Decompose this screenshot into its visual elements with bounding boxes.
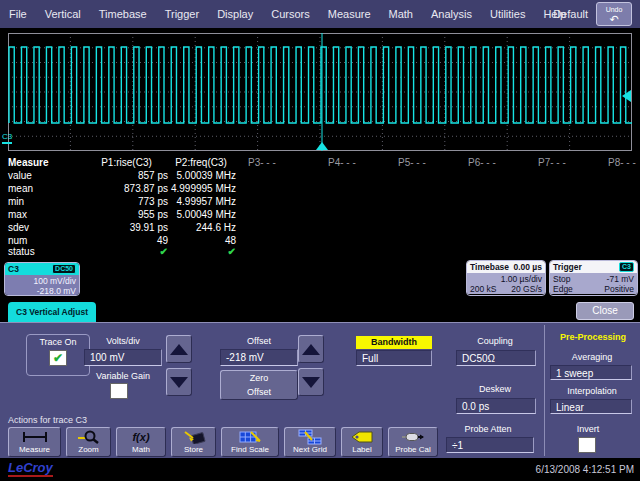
menu-item-file[interactable]: File: [0, 8, 36, 20]
variable-gain-checkbox[interactable]: [110, 383, 128, 399]
default-setup-label[interactable]: Default: [553, 8, 588, 20]
math-button[interactable]: f(x) Math: [116, 427, 166, 457]
col-p3-header: P3- - -: [248, 157, 276, 168]
menu-item-display[interactable]: Display: [208, 8, 262, 20]
trace-on-checkbox[interactable]: ✔: [49, 350, 67, 366]
channel-scale: 100 mV/div: [8, 276, 76, 286]
trigger-source-badge: C3: [619, 262, 634, 272]
volts-div-field[interactable]: 100 mV: [84, 349, 162, 366]
up-arrow-icon: [302, 344, 320, 355]
close-button[interactable]: Close: [576, 302, 634, 320]
offset-label: Offset: [220, 336, 298, 346]
c3-trace: [9, 47, 632, 123]
trigger-level-marker[interactable]: [622, 90, 631, 102]
menu-item-analysis[interactable]: Analysis: [422, 8, 481, 20]
coupling-field[interactable]: DC50Ω: [456, 350, 536, 366]
averaging-field[interactable]: 1 sweep: [550, 365, 632, 380]
store-arrow-icon: [182, 428, 206, 445]
lecroy-logo: LeCroy: [8, 460, 53, 477]
magnifier-icon: [77, 428, 101, 445]
measure-header-row: Measure P1:rise(C3) P2:freq(C3) P3- - - …: [0, 157, 640, 170]
col-p4-header: P4- - -: [328, 157, 356, 168]
trigger-mode: Stop: [553, 274, 571, 284]
bandwidth-field[interactable]: Full: [356, 350, 432, 366]
measure-row-sdev: sdev 39.91 ps 244.6 Hz: [0, 222, 640, 235]
deskew-label: Deskew: [456, 384, 534, 394]
next-grid-button[interactable]: Next Grid: [284, 427, 336, 457]
status-check-p1: ✔: [85, 246, 168, 257]
channel-c3-descriptor[interactable]: C3 DC50 100 mV/div -218.0 mV: [4, 262, 80, 296]
coupling-label: Coupling: [456, 336, 534, 346]
undo-button[interactable]: Undo ↶: [596, 2, 632, 26]
col-p2-header: P2:freq(C3): [166, 157, 236, 168]
menu-item-cursors[interactable]: Cursors: [262, 8, 319, 20]
menu-item-utilities[interactable]: Utilities: [481, 8, 534, 20]
status-bar: LeCroy 6/13/2008 4:12:51 PM: [0, 458, 640, 481]
down-arrow-icon: [170, 377, 188, 388]
probe-atten-field[interactable]: ÷1: [446, 437, 534, 453]
label-tag-icon: [349, 428, 375, 445]
up-arrow-icon: [170, 344, 188, 355]
status-check-p2: ✔: [166, 246, 236, 257]
timebase-samples: 200 kS: [470, 284, 496, 294]
down-arrow-icon: [302, 377, 320, 388]
measure-row-value: value 857 ps 5.00039 MHz: [0, 170, 640, 183]
timebase-rate: 20 GS/s: [511, 284, 542, 294]
fx-icon: f(x): [132, 428, 149, 445]
probe-cal-button[interactable]: Probe Cal: [388, 427, 438, 457]
col-p6-header: P6- - -: [468, 157, 496, 168]
offset-down-button[interactable]: [298, 368, 324, 396]
zoom-button[interactable]: Zoom: [66, 427, 111, 457]
trigger-title: Trigger: [553, 262, 582, 272]
trigger-level: -71 mV: [607, 274, 634, 284]
menu-item-trigger[interactable]: Trigger: [156, 8, 208, 20]
timebase-title: Timebase: [470, 262, 509, 272]
c3-ground-marker[interactable]: C3: [2, 132, 12, 144]
coupling-badge: DC50: [52, 264, 76, 274]
menu-item-measure[interactable]: Measure: [319, 8, 380, 20]
col-p7-header: P7- - -: [538, 157, 566, 168]
invert-checkbox[interactable]: [578, 437, 596, 453]
col-p8-header: P8- - -: [608, 157, 636, 168]
find-scale-grid-icon: [237, 428, 263, 445]
label-button[interactable]: Label: [341, 427, 383, 457]
bandwidth-label: Bandwidth: [356, 336, 432, 349]
timebase-scale: 1.00 µs/div: [501, 274, 542, 284]
measure-table: Measure P1:rise(C3) P2:freq(C3) P3- - - …: [0, 155, 640, 258]
measure-header: Measure: [8, 157, 49, 168]
menu-bar: File Vertical Timebase Trigger Display C…: [0, 0, 640, 28]
measure-row-status: status ✔ ✔: [0, 246, 640, 259]
measure-caliper-icon: [22, 428, 48, 445]
trigger-descriptor[interactable]: Trigger C3 Stop -71 mV Edge Positive: [549, 260, 638, 296]
next-grid-icon: [297, 428, 323, 445]
volts-div-down-button[interactable]: [166, 368, 192, 396]
offset-field[interactable]: -218 mV: [220, 349, 298, 366]
probe-atten-label: Probe Atten: [448, 424, 528, 434]
tab-c3-vertical-adjust[interactable]: C3 Vertical Adjust: [8, 302, 96, 322]
store-button[interactable]: Store: [171, 427, 216, 457]
undo-icon: ↶: [597, 14, 631, 24]
col-p1-header: P1:rise(C3): [85, 157, 168, 168]
measure-button[interactable]: Measure: [8, 427, 61, 457]
graticule: [8, 33, 632, 151]
actions-for-trace-label: Actions for trace C3: [8, 415, 87, 425]
channel-name: C3: [8, 264, 19, 274]
timebase-descriptor[interactable]: Timebase 0.00 µs 1.00 µs/div 200 kS 20 G…: [466, 260, 546, 296]
averaging-label: Averaging: [550, 352, 634, 362]
menu-item-timebase[interactable]: Timebase: [90, 8, 156, 20]
waveform-display: C3: [0, 28, 640, 155]
find-scale-button[interactable]: Find Scale: [221, 427, 279, 457]
measure-row-max: max 955 ps 5.00049 MHz: [0, 209, 640, 222]
dialog-body: Trace On ✔ Volts/div 100 mV Variable Gai…: [0, 322, 640, 458]
volts-div-up-button[interactable]: [166, 335, 192, 363]
deskew-field[interactable]: 0.0 ps: [456, 398, 536, 414]
clock-timestamp: 6/13/2008 4:12:51 PM: [536, 464, 634, 475]
menu-item-math[interactable]: Math: [380, 8, 422, 20]
interpolation-field[interactable]: Linear: [550, 399, 632, 414]
zero-offset-button[interactable]: Zero Offset: [220, 370, 298, 400]
menu-item-vertical[interactable]: Vertical: [36, 8, 90, 20]
variable-gain-label: Variable Gain: [84, 371, 162, 381]
offset-up-button[interactable]: [298, 335, 324, 363]
action-toolbar: Measure Zoom f(x) Math Store: [8, 427, 438, 457]
interpolation-label: Interpolation: [550, 386, 634, 396]
